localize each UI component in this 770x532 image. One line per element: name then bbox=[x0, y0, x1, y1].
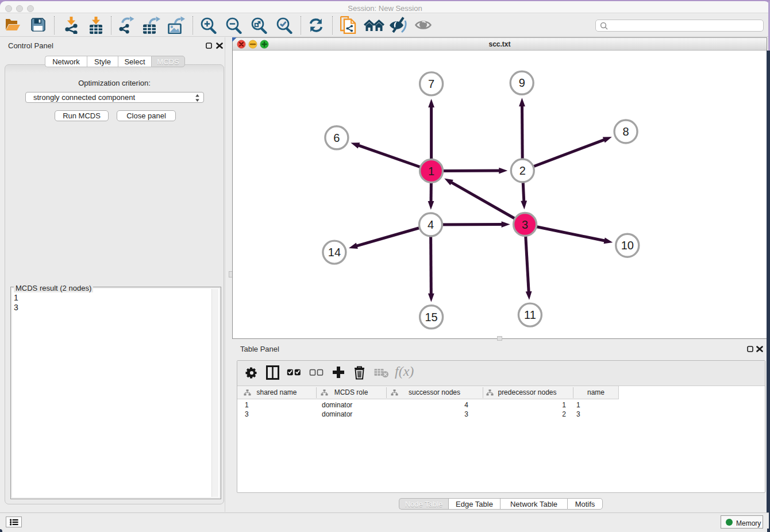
svg-text:14: 14 bbox=[328, 246, 341, 259]
svg-text:1: 1 bbox=[428, 165, 434, 178]
svg-text:15: 15 bbox=[425, 311, 437, 323]
svg-text:10: 10 bbox=[621, 239, 634, 252]
svg-text:8: 8 bbox=[623, 125, 629, 138]
svg-text:11: 11 bbox=[524, 309, 536, 321]
svg-text:3: 3 bbox=[522, 218, 528, 231]
svg-text:7: 7 bbox=[428, 78, 434, 90]
svg-text:6: 6 bbox=[333, 132, 340, 144]
svg-text:9: 9 bbox=[519, 76, 525, 89]
svg-text:2: 2 bbox=[519, 164, 526, 177]
svg-text:4: 4 bbox=[428, 218, 434, 231]
